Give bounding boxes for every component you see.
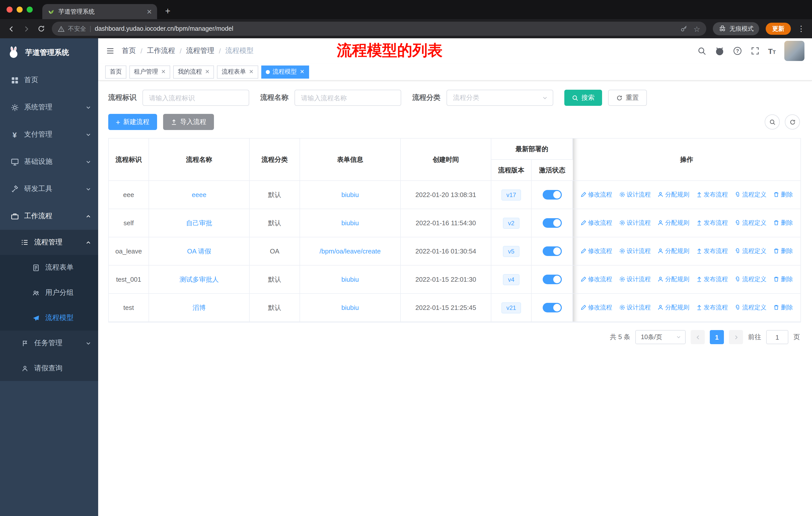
process-definition-link[interactable]: 流程定义 xyxy=(735,275,766,284)
breadcrumb-item[interactable]: 流程管理 xyxy=(186,46,214,55)
close-window-button[interactable] xyxy=(6,6,12,12)
create-process-button[interactable]: + 新建流程 xyxy=(108,114,157,130)
form-info-link[interactable]: biubiu xyxy=(341,191,359,198)
sidebar-item-process-form[interactable]: 流程表单 xyxy=(0,255,98,280)
process-category-select[interactable]: 流程分类 xyxy=(446,90,553,106)
sidebar-item-task-mgmt[interactable]: 任务管理 xyxy=(0,331,98,356)
minimize-window-button[interactable] xyxy=(17,6,23,12)
search-button[interactable]: 搜索 xyxy=(564,90,602,106)
form-info-link[interactable]: biubiu xyxy=(341,304,359,311)
delete-process-link[interactable]: 删除 xyxy=(773,219,793,227)
publish-process-link[interactable]: 发布流程 xyxy=(696,275,728,284)
sidebar-item-workflow[interactable]: 工作流程 xyxy=(0,202,98,230)
form-info-link[interactable]: /bpm/oa/leave/create xyxy=(320,247,381,255)
assign-rule-link[interactable]: 分配规则 xyxy=(658,303,689,312)
form-info-link[interactable]: biubiu xyxy=(341,276,359,283)
goto-page-input[interactable] xyxy=(766,330,788,344)
design-process-link[interactable]: 设计流程 xyxy=(619,190,651,199)
zoom-window-button[interactable] xyxy=(27,6,33,12)
edit-process-link[interactable]: 修改流程 xyxy=(580,275,612,284)
design-process-link[interactable]: 设计流程 xyxy=(619,303,651,312)
prev-page-button[interactable] xyxy=(691,330,705,344)
bookmark-star-icon[interactable]: ☆ xyxy=(693,25,700,32)
sidebar-item-process-mgmt[interactable]: 流程管理 xyxy=(0,230,98,255)
browser-update-button[interactable]: 更新 xyxy=(766,23,791,35)
publish-process-link[interactable]: 发布流程 xyxy=(696,247,728,255)
fullscreen-icon[interactable] xyxy=(750,46,759,55)
tab-close-icon[interactable]: ✕ xyxy=(146,8,152,16)
active-toggle[interactable] xyxy=(543,303,561,313)
sidebar-item-leave-query[interactable]: 请假查询 xyxy=(0,356,98,381)
sidebar-item-system[interactable]: 系统管理 xyxy=(0,94,98,121)
security-label[interactable]: 不安全 xyxy=(68,24,86,33)
browser-tab[interactable]: 芋道管理系统 ✕ xyxy=(42,4,157,19)
next-page-button[interactable] xyxy=(729,330,743,344)
github-icon[interactable] xyxy=(715,46,724,56)
tag-close-icon[interactable]: ✕ xyxy=(300,69,304,75)
page-1-button[interactable]: 1 xyxy=(710,330,724,344)
help-icon[interactable]: ? xyxy=(733,46,742,55)
process-name-link[interactable]: 测试多审批人 xyxy=(179,275,219,283)
sidebar-item-devtools[interactable]: 研发工具 xyxy=(0,175,98,202)
tag-my-process[interactable]: 我的流程✕ xyxy=(173,65,214,78)
assign-rule-link[interactable]: 分配规则 xyxy=(658,190,689,199)
active-toggle[interactable] xyxy=(543,190,561,199)
new-tab-button[interactable]: + xyxy=(165,6,170,16)
design-process-link[interactable]: 设计流程 xyxy=(619,275,651,284)
key-icon[interactable] xyxy=(680,25,688,32)
process-definition-link[interactable]: 流程定义 xyxy=(735,303,766,312)
process-key-input[interactable] xyxy=(142,90,249,106)
sidebar-item-payment[interactable]: ¥ 支付管理 xyxy=(0,121,98,148)
delete-process-link[interactable]: 删除 xyxy=(773,303,793,312)
refresh-table-button[interactable] xyxy=(785,114,800,130)
edit-process-link[interactable]: 修改流程 xyxy=(580,303,612,312)
design-process-link[interactable]: 设计流程 xyxy=(619,247,651,255)
browser-menu-icon[interactable]: ⋮ xyxy=(798,24,805,33)
form-info-link[interactable]: biubiu xyxy=(341,219,359,227)
process-definition-link[interactable]: 流程定义 xyxy=(735,219,766,227)
active-toggle[interactable] xyxy=(543,275,561,284)
edit-process-link[interactable]: 修改流程 xyxy=(580,247,612,255)
search-icon[interactable] xyxy=(697,46,706,55)
sidebar-item-user-group[interactable]: 用户分组 xyxy=(0,280,98,305)
back-button[interactable] xyxy=(7,24,16,33)
assign-rule-link[interactable]: 分配规则 xyxy=(658,219,689,227)
sidebar-item-infrastructure[interactable]: 基础设施 xyxy=(0,148,98,175)
toggle-search-button[interactable] xyxy=(765,114,780,130)
sidebar-item-process-model[interactable]: 流程模型 xyxy=(0,305,98,331)
assign-rule-link[interactable]: 分配规则 xyxy=(658,275,689,284)
process-name-link[interactable]: eeee xyxy=(192,191,206,198)
active-toggle[interactable] xyxy=(543,218,561,228)
avatar[interactable] xyxy=(784,41,805,61)
forward-button[interactable] xyxy=(22,24,31,33)
reset-button[interactable]: 重置 xyxy=(608,90,647,106)
publish-process-link[interactable]: 发布流程 xyxy=(696,190,728,199)
sidebar-fold-icon[interactable] xyxy=(106,46,115,55)
process-name-link[interactable]: OA 请假 xyxy=(187,247,211,255)
design-process-link[interactable]: 设计流程 xyxy=(619,219,651,227)
tag-close-icon[interactable]: ✕ xyxy=(205,69,209,75)
process-definition-link[interactable]: 流程定义 xyxy=(735,190,766,199)
address-bar[interactable]: 不安全 | dashboard.yudao.iocoder.cn/bpm/man… xyxy=(52,22,706,36)
breadcrumb-item[interactable]: 工作流程 xyxy=(147,46,175,55)
process-name-input[interactable] xyxy=(294,90,401,106)
tag-home[interactable]: 首页 xyxy=(105,65,126,78)
process-definition-link[interactable]: 流程定义 xyxy=(735,247,766,255)
delete-process-link[interactable]: 删除 xyxy=(773,190,793,199)
url-text[interactable]: dashboard.yudao.iocoder.cn/bpm/manager/m… xyxy=(95,25,676,32)
edit-process-link[interactable]: 修改流程 xyxy=(580,219,612,227)
reload-button[interactable] xyxy=(37,25,45,33)
publish-process-link[interactable]: 发布流程 xyxy=(696,303,728,312)
publish-process-link[interactable]: 发布流程 xyxy=(696,219,728,227)
font-size-icon[interactable]: TT xyxy=(768,47,776,55)
tag-tenant[interactable]: 租户管理✕ xyxy=(129,65,170,78)
delete-process-link[interactable]: 删除 xyxy=(773,247,793,255)
delete-process-link[interactable]: 删除 xyxy=(773,275,793,284)
tag-process-model[interactable]: 流程模型✕ xyxy=(261,65,309,78)
assign-rule-link[interactable]: 分配规则 xyxy=(658,247,689,255)
process-name-link[interactable]: 滔博 xyxy=(193,304,206,311)
breadcrumb-item[interactable]: 首页 xyxy=(122,46,136,55)
page-size-select[interactable]: 10条/页 xyxy=(635,330,686,344)
tag-process-form[interactable]: 流程表单✕ xyxy=(217,65,258,78)
tag-close-icon[interactable]: ✕ xyxy=(161,69,166,75)
